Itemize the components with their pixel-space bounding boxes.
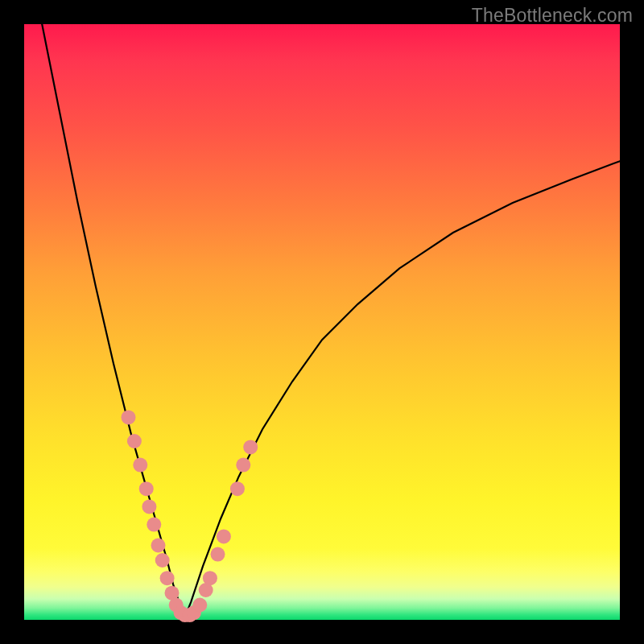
marker-dot — [142, 499, 156, 514]
outer-frame: TheBottleneck.com — [0, 0, 644, 644]
marker-dot — [211, 547, 225, 562]
marker-dot — [139, 481, 154, 496]
marker-dot — [122, 410, 136, 424]
marker-dot — [203, 571, 217, 585]
marker-dot — [236, 458, 250, 473]
plot-area — [24, 24, 620, 620]
marker-group — [122, 410, 258, 622]
marker-dot — [133, 458, 147, 473]
marker-dot — [192, 598, 207, 613]
curve-left-branch — [42, 24, 185, 617]
chart-svg — [24, 24, 620, 620]
marker-dot — [127, 434, 142, 448]
marker-dot — [151, 539, 166, 553]
marker-dot — [243, 440, 258, 454]
marker-dot — [217, 529, 231, 543]
marker-dot — [230, 481, 245, 496]
marker-dot — [155, 553, 170, 568]
curve-right-branch — [185, 161, 620, 617]
marker-dot — [160, 571, 175, 585]
curve-group — [42, 24, 620, 617]
marker-dot — [147, 518, 161, 532]
watermark-text: TheBottleneck.com — [472, 5, 633, 27]
